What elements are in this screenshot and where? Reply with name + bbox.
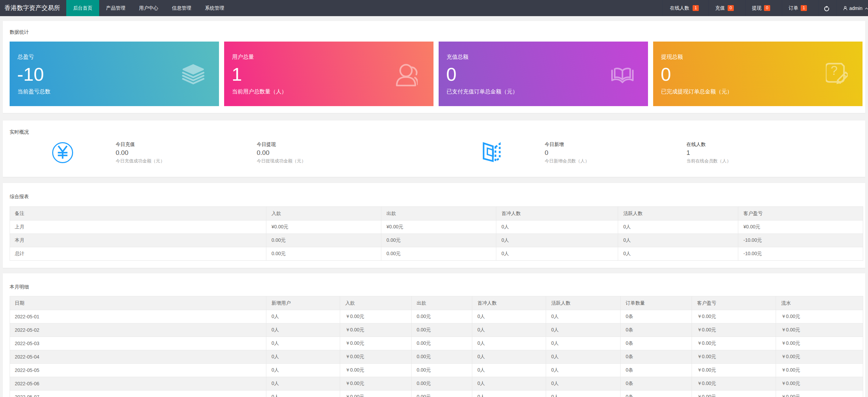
svg-text:?: ? bbox=[831, 64, 838, 78]
